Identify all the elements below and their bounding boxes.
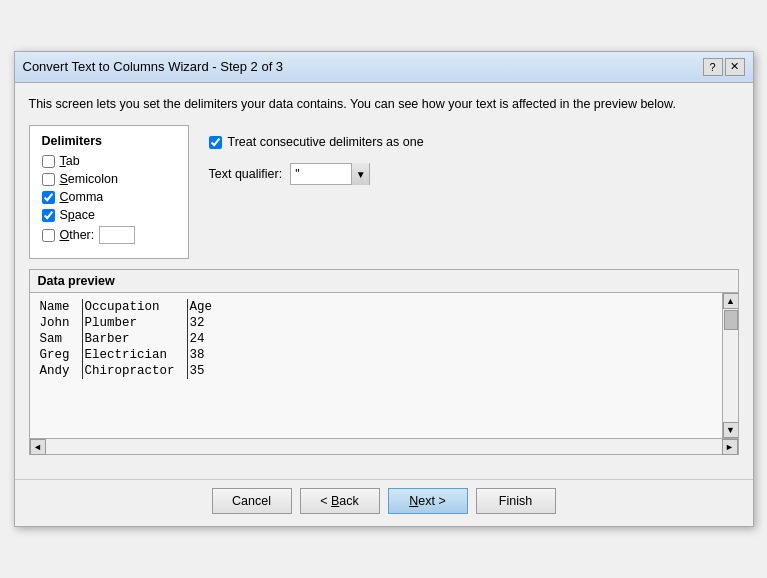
delimiters-label: Delimiters: [42, 134, 176, 148]
comma-row: Comma: [42, 190, 176, 204]
data-preview-section: Data preview Name Occupation Age John: [29, 269, 739, 455]
cell: Sam: [38, 331, 83, 347]
vertical-scrollbar[interactable]: ▲ ▼: [722, 293, 738, 438]
qualifier-label: Text qualifier:: [209, 167, 283, 181]
data-table-wrapper[interactable]: Name Occupation Age John Plumber 32 Sam: [30, 293, 722, 438]
qualifier-select-wrapper[interactable]: " ' {none} ▼: [290, 163, 370, 185]
consecutive-label[interactable]: Treat consecutive delimiters as one: [228, 135, 424, 149]
consecutive-row: Treat consecutive delimiters as one: [209, 135, 739, 149]
semicolon-row: Semicolon: [42, 172, 176, 186]
data-table: Name Occupation Age John Plumber 32 Sam: [38, 299, 225, 379]
scroll-right-button[interactable]: ►: [722, 439, 738, 455]
table-row: Sam Barber 24: [38, 331, 225, 347]
comma-checkbox[interactable]: [42, 191, 55, 204]
tab-checkbox[interactable]: [42, 155, 55, 168]
cell: Andy: [38, 363, 83, 379]
delimiters-group: Delimiters Tab Semicolon Comma Space: [29, 125, 189, 259]
content-area: Delimiters Tab Semicolon Comma Space: [29, 125, 739, 259]
space-checkbox[interactable]: [42, 209, 55, 222]
cell: John: [38, 315, 83, 331]
other-input[interactable]: [99, 226, 135, 244]
cell: Greg: [38, 347, 83, 363]
other-row: Other:: [42, 226, 176, 244]
footer: Cancel < Back Next > Finish: [15, 479, 753, 526]
tab-row: Tab: [42, 154, 176, 168]
title-bar: Convert Text to Columns Wizard - Step 2 …: [15, 52, 753, 83]
qualifier-row: Text qualifier: " ' {none} ▼: [209, 163, 739, 185]
cell: 32: [187, 315, 224, 331]
cell: 24: [187, 331, 224, 347]
comma-label[interactable]: Comma: [60, 190, 104, 204]
data-preview-label: Data preview: [30, 270, 738, 293]
scroll-track-h[interactable]: [46, 439, 722, 454]
cell: Age: [187, 299, 224, 315]
table-row: Name Occupation Age: [38, 299, 225, 315]
data-preview-content: Name Occupation Age John Plumber 32 Sam: [30, 293, 738, 438]
cell: 38: [187, 347, 224, 363]
table-row: Andy Chiropractor 35: [38, 363, 225, 379]
tab-label[interactable]: Tab: [60, 154, 80, 168]
table-row: John Plumber 32: [38, 315, 225, 331]
other-checkbox[interactable]: [42, 229, 55, 242]
finish-button[interactable]: Finish: [476, 488, 556, 514]
cell: Electrician: [82, 347, 187, 363]
cancel-button[interactable]: Cancel: [212, 488, 292, 514]
qualifier-select[interactable]: " ' {none}: [291, 166, 351, 182]
table-row: Greg Electrician 38: [38, 347, 225, 363]
space-row: Space: [42, 208, 176, 222]
cell: Plumber: [82, 315, 187, 331]
cell: 35: [187, 363, 224, 379]
consecutive-checkbox[interactable]: [209, 136, 222, 149]
close-button[interactable]: ✕: [725, 58, 745, 76]
next-button[interactable]: Next >: [388, 488, 468, 514]
space-label[interactable]: Space: [60, 208, 95, 222]
title-bar-controls: ? ✕: [703, 58, 745, 76]
scroll-left-button[interactable]: ◄: [30, 439, 46, 455]
back-button[interactable]: < Back: [300, 488, 380, 514]
right-options: Treat consecutive delimiters as one Text…: [209, 125, 739, 259]
semicolon-checkbox[interactable]: [42, 173, 55, 186]
scroll-down-button[interactable]: ▼: [723, 422, 738, 438]
other-label[interactable]: Other:: [60, 228, 95, 242]
dialog-title: Convert Text to Columns Wizard - Step 2 …: [23, 59, 284, 74]
dialog-window: Convert Text to Columns Wizard - Step 2 …: [14, 51, 754, 528]
horizontal-scrollbar[interactable]: ◄ ►: [30, 438, 738, 454]
scroll-track-v[interactable]: [723, 309, 738, 422]
cell: Barber: [82, 331, 187, 347]
qualifier-dropdown-btn[interactable]: ▼: [351, 163, 369, 185]
cell: Occupation: [82, 299, 187, 315]
cell: Chiropractor: [82, 363, 187, 379]
semicolon-label[interactable]: Semicolon: [60, 172, 118, 186]
scroll-thumb-v[interactable]: [724, 310, 738, 330]
dialog-body: This screen lets you set the delimiters …: [15, 83, 753, 480]
help-button[interactable]: ?: [703, 58, 723, 76]
cell: Name: [38, 299, 83, 315]
description-text: This screen lets you set the delimiters …: [29, 95, 739, 114]
scroll-up-button[interactable]: ▲: [723, 293, 738, 309]
